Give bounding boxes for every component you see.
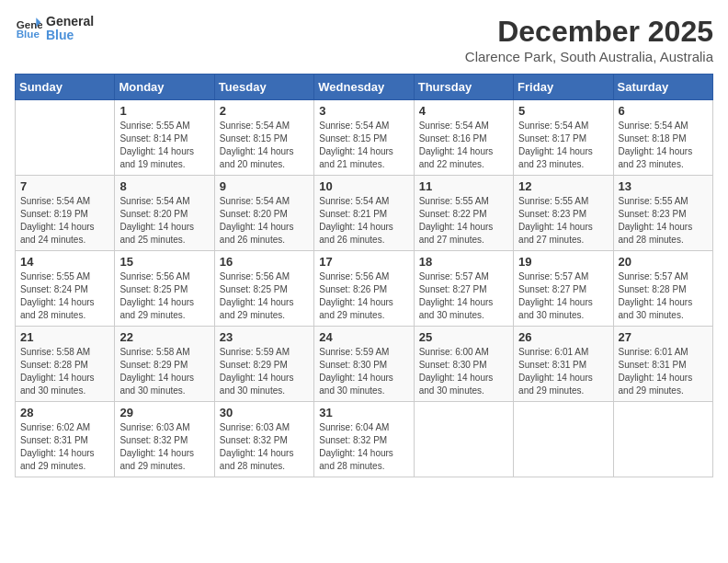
day-number: 9 [220, 179, 309, 193]
day-info: Sunrise: 5:57 AM Sunset: 8:28 PM Dayligh… [619, 270, 708, 322]
header-thursday: Thursday [414, 75, 513, 100]
calendar-cell: 1Sunrise: 5:55 AM Sunset: 8:14 PM Daylig… [115, 100, 214, 176]
day-info: Sunrise: 5:54 AM Sunset: 8:20 PM Dayligh… [119, 195, 209, 247]
header-sunday: Sunday [16, 75, 115, 100]
day-info: Sunrise: 6:03 AM Sunset: 8:32 PM Dayligh… [220, 421, 309, 473]
day-number: 25 [419, 330, 508, 344]
day-number: 18 [419, 255, 508, 269]
day-info: Sunrise: 5:59 AM Sunset: 8:30 PM Dayligh… [319, 346, 408, 397]
day-number: 5 [518, 104, 608, 118]
day-number: 21 [20, 330, 109, 344]
header-saturday: Saturday [613, 75, 712, 100]
calendar-cell: 18Sunrise: 5:57 AM Sunset: 8:27 PM Dayli… [414, 251, 513, 327]
day-info: Sunrise: 5:56 AM Sunset: 8:25 PM Dayligh… [119, 270, 209, 322]
calendar-cell: 11Sunrise: 5:55 AM Sunset: 8:22 PM Dayli… [414, 176, 513, 251]
calendar-cell [414, 402, 513, 477]
day-info: Sunrise: 5:55 AM Sunset: 8:22 PM Dayligh… [419, 195, 508, 247]
day-info: Sunrise: 5:54 AM Sunset: 8:17 PM Dayligh… [518, 120, 608, 171]
day-info: Sunrise: 6:01 AM Sunset: 8:31 PM Dayligh… [518, 346, 608, 397]
calendar-cell: 26Sunrise: 6:01 AM Sunset: 8:31 PM Dayli… [514, 327, 613, 402]
calendar-cell: 10Sunrise: 5:54 AM Sunset: 8:21 PM Dayli… [314, 176, 414, 251]
logo-general: General [46, 15, 94, 29]
calendar-cell: 12Sunrise: 5:55 AM Sunset: 8:23 PM Dayli… [514, 176, 613, 251]
calendar-week-5: 28Sunrise: 6:02 AM Sunset: 8:31 PM Dayli… [16, 402, 713, 477]
day-info: Sunrise: 5:56 AM Sunset: 8:26 PM Dayligh… [319, 270, 408, 322]
calendar-cell: 15Sunrise: 5:56 AM Sunset: 8:25 PM Dayli… [115, 251, 214, 327]
day-info: Sunrise: 5:56 AM Sunset: 8:25 PM Dayligh… [220, 270, 309, 322]
calendar-cell: 30Sunrise: 6:03 AM Sunset: 8:32 PM Dayli… [214, 402, 313, 477]
day-number: 20 [619, 255, 708, 269]
calendar-cell: 19Sunrise: 5:57 AM Sunset: 8:27 PM Dayli… [514, 251, 613, 327]
day-info: Sunrise: 5:55 AM Sunset: 8:23 PM Dayligh… [619, 195, 708, 247]
day-number: 4 [419, 104, 508, 118]
header-friday: Friday [514, 75, 613, 100]
day-number: 27 [619, 330, 708, 344]
day-number: 7 [20, 179, 109, 193]
day-number: 2 [220, 104, 309, 118]
day-number: 26 [518, 330, 608, 344]
calendar-cell: 13Sunrise: 5:55 AM Sunset: 8:23 PM Dayli… [613, 176, 712, 251]
day-number: 29 [119, 406, 209, 419]
calendar-table: SundayMondayTuesdayWednesdayThursdayFrid… [15, 74, 713, 477]
day-info: Sunrise: 6:02 AM Sunset: 8:31 PM Dayligh… [20, 421, 109, 473]
day-info: Sunrise: 5:54 AM Sunset: 8:19 PM Dayligh… [20, 195, 109, 247]
day-info: Sunrise: 5:54 AM Sunset: 8:15 PM Dayligh… [220, 120, 309, 171]
day-info: Sunrise: 5:58 AM Sunset: 8:28 PM Dayligh… [20, 346, 109, 397]
title-area: December 2025 Clarence Park, South Austr… [465, 15, 713, 64]
day-info: Sunrise: 5:57 AM Sunset: 8:27 PM Dayligh… [518, 270, 608, 322]
header-tuesday: Tuesday [214, 75, 313, 100]
calendar-cell: 29Sunrise: 6:03 AM Sunset: 8:32 PM Dayli… [115, 402, 214, 477]
calendar-cell: 9Sunrise: 5:54 AM Sunset: 8:20 PM Daylig… [214, 176, 313, 251]
day-number: 24 [319, 330, 408, 344]
logo: General Blue General Blue [15, 15, 94, 43]
calendar-cell: 14Sunrise: 5:55 AM Sunset: 8:24 PM Dayli… [16, 251, 115, 327]
day-info: Sunrise: 5:54 AM Sunset: 8:21 PM Dayligh… [319, 195, 408, 247]
calendar-cell: 20Sunrise: 5:57 AM Sunset: 8:28 PM Dayli… [613, 251, 712, 327]
calendar-cell: 7Sunrise: 5:54 AM Sunset: 8:19 PM Daylig… [16, 176, 115, 251]
svg-text:Blue: Blue [17, 28, 40, 40]
calendar-cell [16, 100, 115, 176]
calendar-cell: 3Sunrise: 5:54 AM Sunset: 8:15 PM Daylig… [314, 100, 414, 176]
calendar-cell: 23Sunrise: 5:59 AM Sunset: 8:29 PM Dayli… [214, 327, 313, 402]
calendar-cell: 5Sunrise: 5:54 AM Sunset: 8:17 PM Daylig… [514, 100, 613, 176]
day-number: 13 [619, 179, 708, 193]
day-number: 14 [20, 255, 109, 269]
calendar-week-3: 14Sunrise: 5:55 AM Sunset: 8:24 PM Dayli… [16, 251, 713, 327]
day-number: 11 [419, 179, 508, 193]
day-info: Sunrise: 5:58 AM Sunset: 8:29 PM Dayligh… [119, 346, 209, 397]
calendar-cell: 22Sunrise: 5:58 AM Sunset: 8:29 PM Dayli… [115, 327, 214, 402]
calendar-subtitle: Clarence Park, South Australia, Australi… [465, 49, 713, 64]
day-number: 28 [20, 406, 109, 419]
day-number: 8 [119, 179, 209, 193]
calendar-cell: 6Sunrise: 5:54 AM Sunset: 8:18 PM Daylig… [613, 100, 712, 176]
day-info: Sunrise: 6:00 AM Sunset: 8:30 PM Dayligh… [419, 346, 508, 397]
calendar-cell: 31Sunrise: 6:04 AM Sunset: 8:32 PM Dayli… [314, 402, 414, 477]
calendar-cell: 25Sunrise: 6:00 AM Sunset: 8:30 PM Dayli… [414, 327, 513, 402]
calendar-body: 1Sunrise: 5:55 AM Sunset: 8:14 PM Daylig… [16, 100, 713, 477]
calendar-cell: 8Sunrise: 5:54 AM Sunset: 8:20 PM Daylig… [115, 176, 214, 251]
calendar-title: December 2025 [465, 15, 713, 49]
day-number: 15 [119, 255, 209, 269]
day-info: Sunrise: 5:54 AM Sunset: 8:20 PM Dayligh… [220, 195, 309, 247]
day-number: 22 [119, 330, 209, 344]
day-info: Sunrise: 6:01 AM Sunset: 8:31 PM Dayligh… [619, 346, 708, 397]
calendar-week-1: 1Sunrise: 5:55 AM Sunset: 8:14 PM Daylig… [16, 100, 713, 176]
day-number: 12 [518, 179, 608, 193]
day-info: Sunrise: 5:55 AM Sunset: 8:24 PM Dayligh… [20, 270, 109, 322]
day-number: 1 [119, 104, 209, 118]
calendar-cell [514, 402, 613, 477]
day-number: 10 [319, 179, 408, 193]
page-header: General Blue General Blue December 2025 … [15, 15, 713, 64]
day-number: 19 [518, 255, 608, 269]
day-number: 16 [220, 255, 309, 269]
calendar-cell: 4Sunrise: 5:54 AM Sunset: 8:16 PM Daylig… [414, 100, 513, 176]
calendar-cell: 21Sunrise: 5:58 AM Sunset: 8:28 PM Dayli… [16, 327, 115, 402]
calendar-cell: 24Sunrise: 5:59 AM Sunset: 8:30 PM Dayli… [314, 327, 414, 402]
day-info: Sunrise: 6:03 AM Sunset: 8:32 PM Dayligh… [119, 421, 209, 473]
calendar-cell [613, 402, 712, 477]
day-info: Sunrise: 5:55 AM Sunset: 8:23 PM Dayligh… [518, 195, 608, 247]
day-info: Sunrise: 6:04 AM Sunset: 8:32 PM Dayligh… [319, 421, 408, 473]
header-monday: Monday [115, 75, 214, 100]
calendar-week-2: 7Sunrise: 5:54 AM Sunset: 8:19 PM Daylig… [16, 176, 713, 251]
calendar-cell: 27Sunrise: 6:01 AM Sunset: 8:31 PM Dayli… [613, 327, 712, 402]
